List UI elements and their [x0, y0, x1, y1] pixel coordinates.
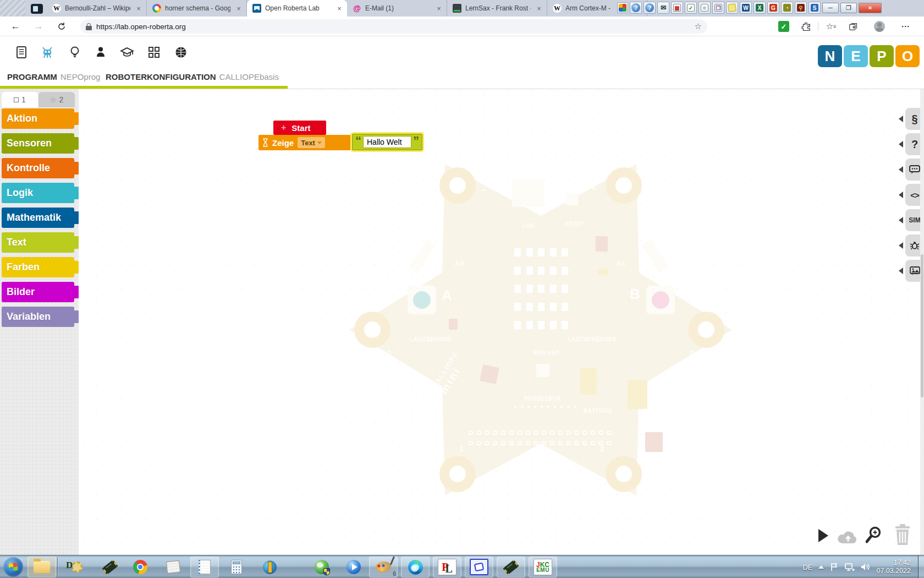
taskbar-mediaplayer-icon[interactable]	[345, 559, 362, 575]
tab-close-icon[interactable]: ×	[535, 4, 543, 13]
taskbar-internet-globe-icon[interactable]	[261, 559, 278, 575]
start-block-plus-icon[interactable]: +	[281, 123, 286, 133]
graduation-cap-icon[interactable]	[119, 44, 135, 61]
network-icon[interactable]	[845, 563, 855, 571]
taskbar-notepad-button[interactable]	[190, 557, 219, 577]
taskbar-security-globe-icon[interactable]	[313, 559, 331, 575]
restore-button[interactable]: ❐	[840, 3, 857, 13]
key-app-icon[interactable]: ⚲	[795, 2, 807, 14]
palette-category-bilder[interactable]: Bilder	[2, 282, 74, 302]
palette-category-sensoren[interactable]: Sensoren	[2, 133, 74, 154]
zeige-dropdown[interactable]: Text	[298, 137, 325, 148]
start-button[interactable]	[3, 557, 23, 577]
taskbar-jkc-emu-button[interactable]: JKC EMU	[529, 557, 557, 577]
colors-grid-icon[interactable]	[617, 2, 628, 13]
back-icon[interactable]: ←	[9, 20, 22, 33]
palette-category-text[interactable]: Text	[2, 232, 74, 253]
taskbar-paint-button[interactable]: 6	[369, 557, 398, 577]
show-hidden-icons[interactable]	[818, 565, 824, 569]
taskbar-chip-icon[interactable]	[101, 559, 119, 575]
zoom-button[interactable]	[866, 526, 882, 546]
taskbar-edge-button[interactable]	[401, 557, 430, 577]
calendar-icon[interactable]: ▦	[671, 2, 683, 14]
palette-category-mathematik[interactable]: Mathematik	[2, 208, 74, 228]
browser-tab-wikipedia[interactable]: W Bernoulli-Zahl – Wikipedia ×	[47, 0, 147, 17]
word-app-icon[interactable]: W	[740, 2, 752, 14]
address-book-icon[interactable]: ❐	[712, 2, 724, 14]
start-block[interactable]: + Start	[273, 121, 326, 135]
palette-category-farben[interactable]: Farben	[2, 257, 74, 277]
trash-button[interactable]	[891, 523, 914, 548]
palette-tab-1[interactable]: 1	[2, 92, 38, 107]
groupwise-app-icon[interactable]: G	[767, 2, 779, 14]
profile-avatar[interactable]	[873, 21, 886, 32]
palette-tab-2[interactable]: ☆2	[38, 92, 75, 107]
mail-icon[interactable]: ✉	[657, 2, 669, 14]
run-program-button[interactable]	[817, 528, 829, 545]
minimize-button[interactable]: ─	[822, 3, 839, 13]
extensions-puzzle-icon[interactable]	[800, 21, 812, 32]
tab-close-icon[interactable]: ×	[335, 4, 344, 13]
palette-category-logik[interactable]: Logik	[2, 183, 74, 203]
taskbar-news-icon[interactable]	[164, 559, 182, 575]
palette-category-aktion[interactable]: Aktion	[2, 108, 74, 129]
close-button[interactable]: ×	[859, 3, 882, 13]
palette-category-variablen[interactable]: Variablen	[2, 307, 74, 327]
tab-close-icon[interactable]: ×	[234, 4, 243, 13]
taskbar-clock[interactable]: 17:42 07.03.2022	[876, 559, 911, 575]
speaker-icon[interactable]	[861, 563, 870, 571]
action-center-flag-icon[interactable]	[830, 563, 839, 571]
menu-document-icon[interactable]	[13, 44, 30, 61]
taskbar-calculator-icon[interactable]	[228, 559, 245, 575]
s-app-icon[interactable]: S	[809, 2, 821, 14]
taskbar-chip2-button[interactable]	[497, 557, 525, 577]
collections-icon[interactable]	[847, 21, 859, 32]
taskbar-chrome-icon[interactable]	[131, 559, 149, 575]
clock-app-icon[interactable]: ◔	[781, 2, 793, 14]
settings-menu-icon[interactable]: ⋯	[900, 21, 912, 32]
tasklist-icon[interactable]: ✓	[685, 2, 697, 14]
lightbulb-icon[interactable]	[67, 44, 83, 61]
refresh-icon[interactable]	[55, 20, 68, 33]
contact-card-icon[interactable]: ≡	[698, 2, 711, 14]
help-icon[interactable]: ?	[630, 2, 642, 14]
user-icon[interactable]	[92, 44, 109, 61]
palette-category-kontrolle[interactable]: Kontrolle	[2, 158, 74, 178]
zeige-text-block[interactable]: Zeige Text	[258, 135, 351, 150]
taskbar-dtool-icon[interactable]: D	[68, 559, 86, 575]
favorites-icon[interactable]: ☆≡	[825, 21, 837, 32]
sticky-note-icon[interactable]	[726, 2, 738, 14]
canvas-scrollbar[interactable]	[920, 89, 924, 555]
gallery-grid-icon[interactable]	[146, 44, 162, 61]
tab-close-icon[interactable]: ×	[435, 4, 443, 13]
zeige-block-label: Zeige	[272, 138, 294, 148]
nepo-logo-o: O	[895, 45, 920, 67]
adblock-extension-icon[interactable]: ✓	[778, 21, 790, 32]
string-block-selected[interactable]: “ Hallo Welt ”	[352, 134, 422, 150]
cloud-upload-button[interactable]	[837, 530, 859, 547]
url-field[interactable]: https://lab.open-roberta.org ☆	[80, 19, 707, 34]
browser-tab-google[interactable]: horner schema - Google S ×	[147, 0, 247, 17]
browser-tab-lernsax[interactable]: LernSax - Frank Rost - E-M ×	[447, 0, 547, 17]
taskbar-explorer-button[interactable]	[28, 557, 56, 577]
forward-icon[interactable]: →	[32, 20, 45, 33]
excel-app-icon[interactable]: X	[754, 2, 766, 14]
taskbar-pl-button[interactable]: PL	[433, 557, 461, 577]
language-indicator[interactable]: DE	[802, 563, 812, 571]
taskbar-blue-app-button[interactable]	[465, 557, 493, 577]
tab-actions-menu-icon[interactable]	[31, 4, 43, 14]
browser-tab-email[interactable]: @ E-Mail (1) ×	[347, 0, 447, 17]
help-icon[interactable]: ?	[644, 2, 656, 14]
language-globe-icon[interactable]	[173, 44, 189, 61]
bug-icon	[910, 241, 920, 250]
roberta-robot-icon[interactable]	[39, 44, 56, 61]
add-favorite-icon[interactable]: ☆	[695, 21, 702, 31]
category-label: Bilder	[7, 286, 35, 298]
string-input-field[interactable]: Hallo Welt	[363, 136, 411, 148]
url-text[interactable]: https://lab.open-roberta.org	[96, 23, 186, 31]
browser-tab-open-roberta[interactable]: Open Roberta Lab ×	[247, 0, 347, 17]
show-desktop-button[interactable]	[918, 555, 924, 578]
tab-programm[interactable]: PROGRAMMNEPOprog	[7, 72, 100, 81]
tab-close-icon[interactable]: ×	[134, 4, 143, 13]
tab-roboterkonfiguration[interactable]: ROBOTERKONFIGURATIONCALLIOPEbasis	[106, 72, 279, 81]
